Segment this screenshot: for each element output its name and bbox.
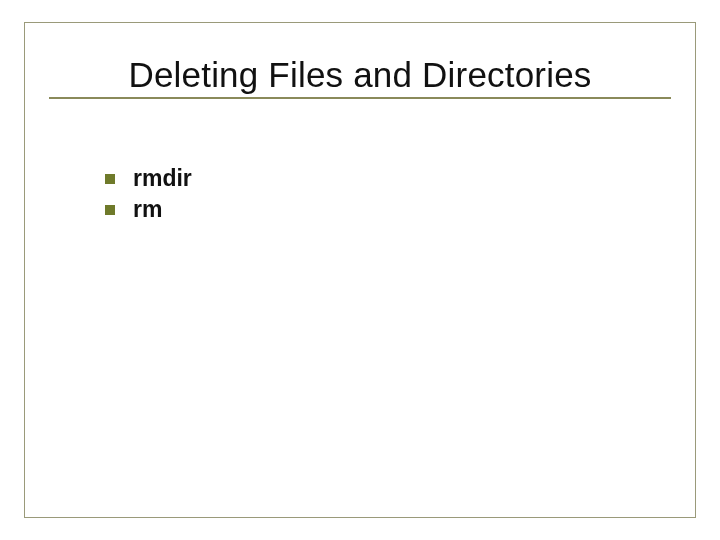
list-item: rmdir: [105, 165, 192, 192]
slide-frame: Deleting Files and Directories rmdir rm: [24, 22, 696, 518]
slide-title: Deleting Files and Directories: [25, 29, 695, 107]
list-item: rm: [105, 196, 192, 223]
bullet-text: rm: [133, 196, 162, 223]
square-bullet-icon: [105, 205, 115, 215]
title-underline: [49, 97, 671, 99]
square-bullet-icon: [105, 174, 115, 184]
bullet-list: rmdir rm: [105, 165, 192, 227]
bullet-text: rmdir: [133, 165, 192, 192]
title-area: Deleting Files and Directories: [25, 29, 695, 107]
